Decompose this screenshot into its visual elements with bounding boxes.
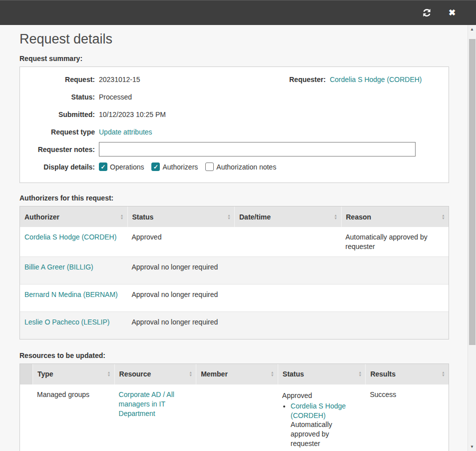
resource-status-cell: Approved Cordelia S Hodge (CORDEH) Autom…: [278, 384, 366, 451]
request-type-link[interactable]: Update attributes: [99, 128, 152, 136]
table-row: Billie A Greer (BILLIG) Approval no long…: [20, 256, 449, 284]
requester-label: Requester:: [289, 76, 326, 84]
authorizer-datetime: [234, 284, 341, 312]
authorizer-status: Approval no longer required: [127, 312, 235, 339]
checkbox-operations-label: Operations: [110, 163, 144, 171]
requester-row: Requester: Cordelia S Hodge (CORDEH): [289, 70, 422, 88]
submitted-label: Submitted:: [20, 110, 95, 118]
scrollbar-thumb[interactable]: [469, 39, 476, 345]
dialog-content: Request details Request summary: Request…: [0, 25, 468, 451]
status-value: Processed: [99, 93, 132, 101]
submitted-row: Submitted: 10/12/2023 10:25 PM: [20, 106, 449, 123]
table-row: Managed groups Corporate AD / All manage…: [20, 384, 449, 451]
status-row: Status: Processed: [20, 88, 449, 106]
sort-icon: ▲▼: [107, 371, 111, 377]
requester-link[interactable]: Cordelia S Hodge (CORDEH): [330, 76, 422, 84]
authorizer-status: Approval no longer required: [127, 257, 235, 284]
column-header-select: [20, 364, 32, 384]
display-details-label: Display details:: [20, 163, 95, 171]
authorizers-table: Authorizer ▲▼ Status ▲▼ Date/time ▲▼ Rea…: [19, 206, 449, 340]
resources-section: Resources to be updated: Type ▲▼ Resourc…: [19, 352, 449, 451]
checkbox-operations-box-icon[interactable]: ✓: [99, 162, 107, 171]
authorizers-table-header: Authorizer ▲▼ Status ▲▼ Date/time ▲▼ Rea…: [20, 206, 449, 227]
column-header-type[interactable]: Type ▲▼: [32, 364, 114, 384]
refresh-icon[interactable]: [422, 8, 432, 18]
checkbox-authorizers-label: Authorizers: [162, 163, 198, 171]
resource-status: Approved: [282, 390, 361, 400]
table-row: Bernard N Medina (BERNAM) Approval no lo…: [20, 284, 449, 312]
status-note: Automatically approved by requester: [291, 420, 361, 448]
checkbox-authorization-notes-box-icon[interactable]: ✓: [205, 162, 214, 171]
checkbox-authorization-notes-label: Authorization notes: [216, 163, 276, 171]
request-summary-heading: Request summary:: [19, 54, 449, 62]
resource-member: [196, 384, 278, 451]
request-summary-panel: Request: 20231012-15 Requester: Cordelia…: [19, 66, 449, 183]
column-header-reason[interactable]: Reason ▲▼: [341, 206, 449, 227]
authorizer-link[interactable]: Bernard N Medina (BERNAM): [24, 290, 118, 298]
dialog-titlebar: ✖: [0, 0, 476, 25]
column-header-datetime[interactable]: Date/time ▲▼: [234, 206, 341, 227]
requester-notes-input[interactable]: [99, 142, 416, 156]
authorizers-section: Authorizers for this request: Authorizer…: [19, 194, 449, 340]
checkbox-authorization-notes[interactable]: ✓ Authorization notes: [205, 162, 276, 171]
sort-icon: ▲▼: [120, 214, 124, 220]
authorizer-link[interactable]: Billie A Greer (BILLIG): [24, 263, 93, 271]
resource-link[interactable]: Corporate AD / All managers in IT Depart…: [119, 390, 174, 418]
close-icon[interactable]: ✖: [447, 8, 457, 18]
sort-icon: ▲▼: [271, 371, 274, 377]
display-details-checkboxes: ✓ Operations ✓ Authorizers ✓ Authorizati…: [99, 162, 276, 171]
sort-icon: ▲▼: [189, 371, 192, 377]
scroll-up-arrow-icon[interactable]: ▲: [468, 25, 476, 34]
table-row: Leslie O Pacheco (LESLIP) Approval no lo…: [20, 312, 449, 339]
column-header-results[interactable]: Results ▲▼: [365, 364, 449, 384]
authorizer-status: Approved: [127, 227, 235, 256]
status-approver-item: Cordelia S Hodge (CORDEH) Automatically …: [291, 402, 361, 448]
resources-heading: Resources to be updated:: [19, 352, 449, 360]
checkbox-operations[interactable]: ✓ Operations: [99, 162, 144, 171]
requester-notes-row: Requester notes:: [20, 140, 449, 158]
request-value: 20231012-15: [99, 76, 140, 84]
authorizer-reason: [341, 312, 449, 339]
sort-icon: ▲▼: [227, 214, 231, 220]
scrollbar[interactable]: ▲ ▼: [468, 25, 476, 451]
authorizer-reason: Automatically approved by requester: [341, 227, 449, 256]
column-header-resource[interactable]: Resource ▲▼: [114, 364, 196, 384]
authorizer-datetime: [234, 257, 341, 284]
authorizer-link[interactable]: Leslie O Pacheco (LESLIP): [24, 318, 109, 326]
request-type-label: Request type: [20, 128, 95, 136]
column-header-authorizer[interactable]: Authorizer ▲▼: [20, 206, 127, 227]
sort-icon: ▲▼: [442, 214, 445, 220]
authorizer-link[interactable]: Cordelia S Hodge (CORDEH): [24, 233, 116, 241]
authorizer-status: Approval no longer required: [127, 284, 235, 312]
request-type-row: Request type Update attributes: [20, 123, 449, 140]
page-title: Request details: [19, 32, 449, 47]
requester-notes-label: Requester notes:: [20, 146, 95, 154]
authorizers-heading: Authorizers for this request:: [19, 194, 449, 202]
resources-table: Type ▲▼ Resource ▲▼ Member ▲▼ Status ▲▼ …: [19, 364, 449, 451]
sort-icon: ▲▼: [334, 214, 338, 220]
authorizer-reason: [341, 257, 449, 284]
row-select-cell: [20, 384, 32, 451]
checkbox-authorizers-box-icon[interactable]: ✓: [151, 162, 160, 171]
submitted-value: 10/12/2023 10:25 PM: [99, 110, 166, 118]
checkbox-authorizers[interactable]: ✓ Authorizers: [151, 162, 198, 171]
table-row: Cordelia S Hodge (CORDEH) Approved Autom…: [20, 227, 449, 256]
authorizer-reason: [341, 284, 449, 312]
scroll-down-arrow-icon[interactable]: ▼: [468, 442, 476, 451]
resource-type: Managed groups: [32, 384, 114, 451]
sort-icon: ▲▼: [358, 371, 362, 377]
column-header-status[interactable]: Status ▲▼: [278, 364, 366, 384]
authorizer-datetime: [234, 227, 341, 256]
resources-table-header: Type ▲▼ Resource ▲▼ Member ▲▼ Status ▲▼ …: [20, 364, 449, 384]
authorizer-datetime: [234, 312, 341, 339]
display-details-row: Display details: ✓ Operations ✓ Authoriz…: [20, 158, 449, 176]
resource-results: Success: [365, 384, 449, 451]
request-label: Request:: [20, 76, 95, 84]
status-label: Status:: [20, 93, 95, 101]
sort-icon: ▲▼: [442, 371, 445, 377]
column-header-status[interactable]: Status ▲▼: [127, 206, 235, 227]
column-header-member[interactable]: Member ▲▼: [196, 364, 278, 384]
status-approver-link[interactable]: Cordelia S Hodge (CORDEH): [291, 402, 346, 420]
